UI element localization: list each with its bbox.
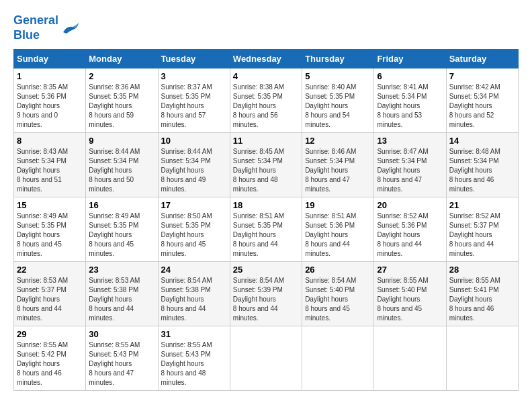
day-info: Sunrise: 8:44 AM Sunset: 5:34 PM Dayligh… <box>89 147 154 194</box>
calendar-cell <box>446 326 518 391</box>
day-number: 1 <box>17 71 83 81</box>
day-info: Sunrise: 8:36 AM Sunset: 5:35 PM Dayligh… <box>89 83 154 130</box>
day-info: Sunrise: 8:55 AM Sunset: 5:41 PM Dayligh… <box>449 276 515 323</box>
logo-bird-icon <box>60 20 80 36</box>
day-number: 23 <box>89 265 154 275</box>
calendar-cell: 21 Sunrise: 8:52 AM Sunset: 5:37 PM Dayl… <box>446 197 518 262</box>
day-header-friday: Friday <box>374 50 446 68</box>
calendar-table: SundayMondayTuesdayWednesdayThursdayFrid… <box>13 49 519 391</box>
day-number: 7 <box>449 71 515 81</box>
calendar-cell: 1 Sunrise: 8:35 AM Sunset: 5:36 PM Dayli… <box>14 68 86 133</box>
calendar-cell: 29 Sunrise: 8:55 AM Sunset: 5:42 PM Dayl… <box>14 326 86 391</box>
calendar-cell: 11 Sunrise: 8:45 AM Sunset: 5:34 PM Dayl… <box>230 133 302 197</box>
day-info: Sunrise: 8:42 AM Sunset: 5:34 PM Dayligh… <box>449 83 515 130</box>
day-info: Sunrise: 8:48 AM Sunset: 5:34 PM Dayligh… <box>449 147 515 194</box>
page-header: GeneralBlue <box>13 13 519 42</box>
day-header-tuesday: Tuesday <box>158 50 230 68</box>
day-info: Sunrise: 8:54 AM Sunset: 5:39 PM Dayligh… <box>233 276 299 323</box>
day-number: 22 <box>17 265 83 275</box>
calendar-week-4: 22 Sunrise: 8:53 AM Sunset: 5:37 PM Dayl… <box>14 262 519 326</box>
day-info: Sunrise: 8:55 AM Sunset: 5:40 PM Dayligh… <box>377 276 443 323</box>
day-info: Sunrise: 8:46 AM Sunset: 5:34 PM Dayligh… <box>305 147 371 194</box>
calendar-cell: 25 Sunrise: 8:54 AM Sunset: 5:39 PM Dayl… <box>230 262 302 326</box>
day-info: Sunrise: 8:44 AM Sunset: 5:34 PM Dayligh… <box>161 147 227 194</box>
day-header-wednesday: Wednesday <box>230 50 302 68</box>
day-info: Sunrise: 8:53 AM Sunset: 5:38 PM Dayligh… <box>89 276 154 323</box>
day-number: 24 <box>161 265 227 275</box>
day-info: Sunrise: 8:37 AM Sunset: 5:35 PM Dayligh… <box>161 83 227 130</box>
calendar-cell: 17 Sunrise: 8:50 AM Sunset: 5:35 PM Dayl… <box>158 197 230 262</box>
calendar-cell: 8 Sunrise: 8:43 AM Sunset: 5:34 PM Dayli… <box>14 133 86 197</box>
calendar-cell <box>374 326 446 391</box>
calendar-week-2: 8 Sunrise: 8:43 AM Sunset: 5:34 PM Dayli… <box>14 133 519 197</box>
day-number: 3 <box>161 71 227 81</box>
day-info: Sunrise: 8:51 AM Sunset: 5:35 PM Dayligh… <box>233 212 299 259</box>
calendar-cell: 9 Sunrise: 8:44 AM Sunset: 5:34 PM Dayli… <box>86 133 158 197</box>
day-number: 26 <box>305 265 371 275</box>
day-info: Sunrise: 8:55 AM Sunset: 5:43 PM Dayligh… <box>161 340 227 387</box>
day-number: 29 <box>17 329 83 339</box>
calendar-cell: 26 Sunrise: 8:54 AM Sunset: 5:40 PM Dayl… <box>302 262 374 326</box>
day-info: Sunrise: 8:49 AM Sunset: 5:35 PM Dayligh… <box>17 212 83 259</box>
calendar-cell: 31 Sunrise: 8:55 AM Sunset: 5:43 PM Dayl… <box>158 326 230 391</box>
calendar-cell: 15 Sunrise: 8:49 AM Sunset: 5:35 PM Dayl… <box>14 197 86 262</box>
day-header-saturday: Saturday <box>446 50 518 68</box>
day-number: 21 <box>449 200 515 210</box>
day-info: Sunrise: 8:49 AM Sunset: 5:35 PM Dayligh… <box>89 212 154 259</box>
calendar-cell: 23 Sunrise: 8:53 AM Sunset: 5:38 PM Dayl… <box>86 262 158 326</box>
calendar-cell: 19 Sunrise: 8:51 AM Sunset: 5:36 PM Dayl… <box>302 197 374 262</box>
calendar-cell <box>302 326 374 391</box>
logo: GeneralBlue <box>13 13 80 42</box>
day-number: 12 <box>305 136 371 146</box>
day-number: 17 <box>161 200 227 210</box>
day-info: Sunrise: 8:45 AM Sunset: 5:34 PM Dayligh… <box>233 147 299 194</box>
day-info: Sunrise: 8:38 AM Sunset: 5:35 PM Dayligh… <box>233 83 299 130</box>
calendar-week-1: 1 Sunrise: 8:35 AM Sunset: 5:36 PM Dayli… <box>14 68 519 133</box>
day-number: 9 <box>89 136 154 146</box>
day-number: 8 <box>17 136 83 146</box>
day-number: 25 <box>233 265 299 275</box>
day-info: Sunrise: 8:41 AM Sunset: 5:34 PM Dayligh… <box>377 83 443 130</box>
day-number: 30 <box>89 329 154 339</box>
day-number: 27 <box>377 265 443 275</box>
day-number: 19 <box>305 200 371 210</box>
calendar-cell: 16 Sunrise: 8:49 AM Sunset: 5:35 PM Dayl… <box>86 197 158 262</box>
calendar-cell: 5 Sunrise: 8:40 AM Sunset: 5:35 PM Dayli… <box>302 68 374 133</box>
day-number: 20 <box>377 200 443 210</box>
day-info: Sunrise: 8:54 AM Sunset: 5:38 PM Dayligh… <box>161 276 227 323</box>
calendar-cell: 12 Sunrise: 8:46 AM Sunset: 5:34 PM Dayl… <box>302 133 374 197</box>
day-info: Sunrise: 8:50 AM Sunset: 5:35 PM Dayligh… <box>161 212 227 259</box>
day-number: 15 <box>17 200 83 210</box>
day-info: Sunrise: 8:40 AM Sunset: 5:35 PM Dayligh… <box>305 83 371 130</box>
day-info: Sunrise: 8:55 AM Sunset: 5:42 PM Dayligh… <box>17 340 83 387</box>
day-number: 14 <box>449 136 515 146</box>
day-header-thursday: Thursday <box>302 50 374 68</box>
calendar-cell: 22 Sunrise: 8:53 AM Sunset: 5:37 PM Dayl… <box>14 262 86 326</box>
calendar-cell <box>230 326 302 391</box>
day-number: 31 <box>161 329 227 339</box>
day-info: Sunrise: 8:35 AM Sunset: 5:36 PM Dayligh… <box>17 83 83 130</box>
calendar-cell: 30 Sunrise: 8:55 AM Sunset: 5:43 PM Dayl… <box>86 326 158 391</box>
day-number: 4 <box>233 71 299 81</box>
day-number: 28 <box>449 265 515 275</box>
day-info: Sunrise: 8:43 AM Sunset: 5:34 PM Dayligh… <box>17 147 83 194</box>
day-info: Sunrise: 8:54 AM Sunset: 5:40 PM Dayligh… <box>305 276 371 323</box>
day-number: 5 <box>305 71 371 81</box>
day-number: 11 <box>233 136 299 146</box>
calendar-cell: 7 Sunrise: 8:42 AM Sunset: 5:34 PM Dayli… <box>446 68 518 133</box>
calendar-cell: 13 Sunrise: 8:47 AM Sunset: 5:34 PM Dayl… <box>374 133 446 197</box>
day-info: Sunrise: 8:53 AM Sunset: 5:37 PM Dayligh… <box>17 276 83 323</box>
calendar-cell: 24 Sunrise: 8:54 AM Sunset: 5:38 PM Dayl… <box>158 262 230 326</box>
calendar-cell: 28 Sunrise: 8:55 AM Sunset: 5:41 PM Dayl… <box>446 262 518 326</box>
logo-text: GeneralBlue <box>13 13 58 42</box>
calendar-cell: 6 Sunrise: 8:41 AM Sunset: 5:34 PM Dayli… <box>374 68 446 133</box>
calendar-cell: 4 Sunrise: 8:38 AM Sunset: 5:35 PM Dayli… <box>230 68 302 133</box>
calendar-cell: 10 Sunrise: 8:44 AM Sunset: 5:34 PM Dayl… <box>158 133 230 197</box>
day-number: 10 <box>161 136 227 146</box>
day-info: Sunrise: 8:47 AM Sunset: 5:34 PM Dayligh… <box>377 147 443 194</box>
day-info: Sunrise: 8:52 AM Sunset: 5:36 PM Dayligh… <box>377 212 443 259</box>
calendar-cell: 3 Sunrise: 8:37 AM Sunset: 5:35 PM Dayli… <box>158 68 230 133</box>
calendar-cell: 18 Sunrise: 8:51 AM Sunset: 5:35 PM Dayl… <box>230 197 302 262</box>
day-info: Sunrise: 8:51 AM Sunset: 5:36 PM Dayligh… <box>305 212 371 259</box>
day-header-sunday: Sunday <box>14 50 86 68</box>
